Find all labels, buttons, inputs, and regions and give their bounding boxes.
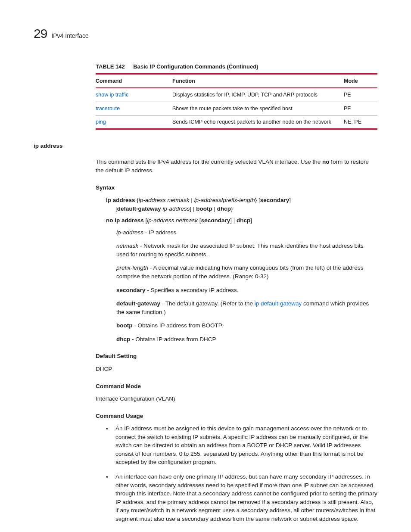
intro-no: no	[322, 159, 330, 165]
command-mode-value: Interface Configuration (VLAN)	[96, 395, 377, 403]
table-row: show ip traffic Displays statistics for …	[96, 88, 377, 102]
term: dhcp -	[116, 336, 135, 342]
link-ip-default-gateway[interactable]: ip default-gateway	[255, 300, 302, 307]
command-table: Command Function Mode show ip traffic Di…	[96, 73, 377, 130]
sep: ]	[250, 217, 252, 224]
cmd-link[interactable]: show ip traffic	[96, 92, 128, 98]
table-caption: TABLE 142 Basic IP Configuration Command…	[96, 63, 377, 71]
sep: } [	[255, 197, 260, 203]
section-heading-ip-address: ip address	[34, 142, 377, 150]
term: secondary	[116, 287, 146, 293]
sep: ]	[289, 197, 291, 203]
table-label: TABLE 142	[96, 63, 125, 70]
sep: }	[231, 205, 233, 212]
def-a: - The default gateway. (Refer to the	[160, 300, 255, 307]
cmd-mode: PE	[344, 102, 377, 115]
sep: |	[190, 197, 194, 203]
def-dhcp: dhcp - Obtains IP address from DHCP.	[116, 335, 377, 344]
section-body: This command sets the IPv4 address for t…	[96, 158, 377, 523]
def-prefix-length: prefix-length - A decimal value indicati…	[116, 264, 377, 280]
def: Obtains IP address from DHCP.	[135, 336, 217, 342]
sep: {	[135, 197, 139, 203]
syntax-block: ip address {ip-address netmask | ip-addr…	[106, 196, 377, 225]
def-bootp: bootp - Obtains IP address from BOOTP.	[116, 321, 377, 330]
term: netmask	[116, 243, 138, 249]
chapter-title: IPv4 Interface	[51, 31, 88, 40]
col-mode: Mode	[344, 74, 377, 88]
kw-secondary: secondary	[260, 197, 290, 203]
cmd-func: Shows the route packets take to the spec…	[172, 102, 344, 115]
arg-ip: ip-address	[163, 205, 190, 212]
term: bootp	[116, 322, 132, 329]
intro-text-a: This command sets the IPv4 address for t…	[96, 159, 322, 165]
kw-ip-address: ip address	[106, 197, 135, 203]
def-ip-address: ip-address - IP address	[116, 228, 377, 237]
arg-prefix: prefix-length	[223, 197, 255, 203]
def-secondary: secondary - Specifies a secondary IP add…	[116, 286, 377, 295]
default-setting-value: DHCP	[96, 365, 377, 373]
table-block: TABLE 142 Basic IP Configuration Command…	[96, 63, 377, 130]
chapter-number: 29	[34, 24, 47, 43]
col-function: Function	[172, 74, 344, 88]
cmd-func: Displays statistics for IP, ICMP, UDP, T…	[172, 88, 344, 102]
table-row: ping Sends ICMP echo request packets to …	[96, 115, 377, 129]
intro-paragraph: This command sets the IPv4 address for t…	[96, 158, 377, 174]
cmd-func: Sends ICMP echo request packets to anoth…	[172, 115, 344, 129]
sep: ] |	[230, 217, 237, 224]
parameter-definitions: ip-address - IP address netmask - Networ…	[116, 228, 377, 344]
usage-item: An interface can have only one primary I…	[106, 473, 377, 523]
term: prefix-length	[116, 264, 148, 271]
syntax-line-2: no ip address [ip-address netmask [secon…	[106, 216, 377, 225]
cmd-link[interactable]: traceroute	[96, 106, 120, 112]
def-netmask: netmask - Network mask for the associate…	[116, 242, 377, 258]
arg-ip-netmask: ip-address netmask	[147, 217, 198, 224]
table-title: Basic IP Configuration Commands (Continu…	[133, 63, 258, 70]
def: - A decimal value indicating how many co…	[116, 264, 363, 280]
syntax-line-1: ip address {ip-address netmask | ip-addr…	[106, 196, 377, 213]
command-usage-heading: Command Usage	[96, 412, 377, 420]
kw-no-ip-address: no ip address	[106, 217, 144, 224]
usage-item: An IP address must be assigned to this d…	[106, 424, 377, 467]
sep: ] |	[190, 205, 196, 212]
kw-bootp: bootp	[196, 205, 212, 212]
table-row: traceroute Shows the route packets take …	[96, 102, 377, 115]
cmd-mode: PE	[344, 88, 377, 102]
arg-ip: ip-address	[194, 197, 221, 203]
def: - IP address	[143, 229, 176, 236]
kw-secondary: secondary	[201, 217, 230, 224]
page-header: 29 IPv4 Interface	[34, 24, 377, 43]
col-command: Command	[96, 74, 172, 88]
kw-dhcp: dhcp	[237, 217, 250, 224]
syntax-heading: Syntax	[96, 184, 377, 192]
command-mode-heading: Command Mode	[96, 382, 377, 391]
sep: |	[212, 205, 217, 212]
def: - Specifies a secondary IP address.	[146, 287, 239, 293]
cmd-link[interactable]: ping	[96, 119, 106, 125]
usage-list: An IP address must be assigned to this d…	[106, 424, 377, 523]
term: ip-address	[116, 229, 143, 236]
cmd-mode: NE, PE	[344, 115, 377, 129]
arg-ip-netmask: ip-address netmask	[139, 197, 190, 203]
def: - Obtains IP address from BOOTP.	[132, 322, 223, 329]
default-setting-heading: Default Setting	[96, 352, 377, 361]
def-default-gateway: default-gateway - The default gateway. (…	[116, 299, 377, 316]
table-header-row: Command Function Mode	[96, 74, 377, 88]
kw-default-gateway: default-gateway	[117, 205, 161, 212]
term: default-gateway	[116, 300, 160, 307]
sep: [	[198, 217, 201, 224]
kw-dhcp: dhcp	[217, 205, 231, 212]
def: - Network mask for the associated IP sub…	[116, 243, 364, 258]
